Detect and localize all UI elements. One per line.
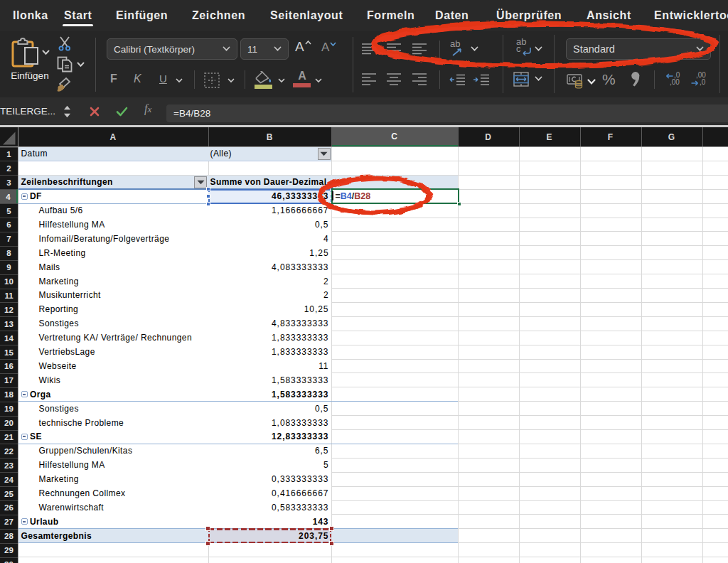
marker-ellipses [318, 21, 717, 215]
marker-ellipse-c4 [318, 176, 431, 215]
red-marker-annotations [0, 0, 728, 563]
excel-window: IlonkaStartEinfügenZeichnenSeitenlayoutF… [0, 0, 728, 563]
marker-ellipse-standard-dropdown [373, 21, 717, 68]
